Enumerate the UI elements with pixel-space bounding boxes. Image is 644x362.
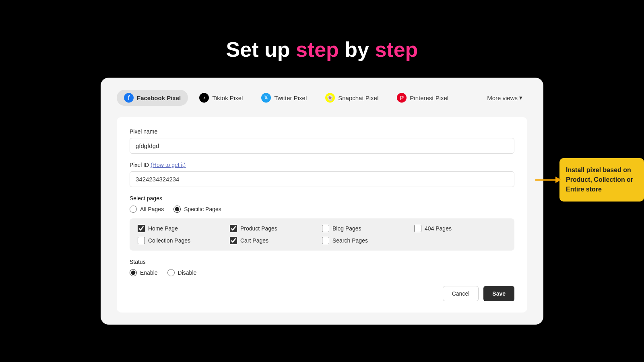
status-label: Status xyxy=(130,259,514,265)
all-pages-radio-label[interactable]: All Pages xyxy=(130,206,164,213)
pixel-id-label: Pixel ID (How to get it) xyxy=(130,162,514,168)
pinterest-icon: P xyxy=(397,93,407,103)
select-pages-group: Select pages All Pages Specific Pages Ho… xyxy=(130,195,514,251)
blog-pages-checkbox[interactable] xyxy=(322,225,329,232)
specific-pages-radio-label[interactable]: Specific Pages xyxy=(173,206,221,213)
collection-pages-checkbox[interactable] xyxy=(138,237,145,244)
tab-pinterest[interactable]: P Pinterest Pixel xyxy=(390,90,456,106)
select-pages-label: Select pages xyxy=(130,195,514,202)
home-page-checkbox[interactable] xyxy=(138,225,145,232)
tooltip-arrow xyxy=(535,177,561,183)
enable-radio[interactable] xyxy=(130,269,137,276)
status-radio-group: Enable Disable xyxy=(130,269,514,276)
pixel-name-input[interactable] xyxy=(130,138,514,154)
product-pages-checkbox[interactable] xyxy=(230,225,237,232)
disable-radio[interactable] xyxy=(167,269,175,276)
cancel-button[interactable]: Cancel xyxy=(443,286,479,301)
tab-facebook[interactable]: f Facebook Pixel xyxy=(117,90,188,106)
specific-pages-radio[interactable] xyxy=(173,206,181,213)
enable-radio-label[interactable]: Enable xyxy=(130,269,158,276)
save-button[interactable]: Save xyxy=(483,286,514,301)
checkbox-home-page[interactable]: Home Page xyxy=(138,225,230,232)
tab-tiktok[interactable]: ♪ Tiktok Pixel xyxy=(192,90,250,106)
facebook-icon: f xyxy=(124,93,134,103)
pages-radio-group: All Pages Specific Pages xyxy=(130,206,514,213)
404-pages-checkbox[interactable] xyxy=(414,225,421,232)
more-views-button[interactable]: More views ▾ xyxy=(482,91,527,105)
snapchat-icon: 👻 xyxy=(325,93,335,103)
pixel-name-group: Pixel name xyxy=(130,128,514,154)
cart-pages-checkbox[interactable] xyxy=(230,237,237,244)
disable-radio-label[interactable]: Disable xyxy=(167,269,197,276)
pixel-name-label: Pixel name xyxy=(130,128,514,135)
checkbox-collection-pages[interactable]: Collection Pages xyxy=(138,237,230,244)
pixel-id-group: Pixel ID (How to get it) xyxy=(130,162,514,187)
form-area: Pixel name Pixel ID (How to get it) Sele… xyxy=(117,117,527,313)
pages-checkbox-grid: Home Page Product Pages Blog Pages 404 P… xyxy=(130,218,514,251)
tab-twitter[interactable]: 𝕏 Twitter Pixel xyxy=(254,90,314,106)
arrow-line xyxy=(535,179,555,181)
pixel-tabs: f Facebook Pixel ♪ Tiktok Pixel 𝕏 Twitte… xyxy=(117,90,527,106)
tooltip-box: Install pixel based on Product, Collecti… xyxy=(559,158,644,202)
checkbox-cart-pages[interactable]: Cart Pages xyxy=(230,237,322,244)
arrow-head xyxy=(555,177,561,183)
checkbox-404-pages[interactable]: 404 Pages xyxy=(414,225,506,232)
pixel-id-help-link[interactable]: (How to get it) xyxy=(151,162,186,168)
checkbox-search-pages[interactable]: Search Pages xyxy=(322,237,414,244)
checkbox-blog-pages[interactable]: Blog Pages xyxy=(322,225,414,232)
search-pages-checkbox[interactable] xyxy=(322,237,329,244)
checkbox-product-pages[interactable]: Product Pages xyxy=(230,225,322,232)
tooltip-text: Install pixel based on Product, Collecti… xyxy=(566,167,633,193)
form-actions: Cancel Save xyxy=(130,286,514,301)
tab-snapchat[interactable]: 👻 Snapchat Pixel xyxy=(318,90,386,106)
twitter-icon: 𝕏 xyxy=(261,93,271,103)
chevron-down-icon: ▾ xyxy=(519,94,522,101)
tiktok-icon: ♪ xyxy=(199,93,209,103)
status-section: Status Enable Disable xyxy=(130,259,514,276)
all-pages-radio[interactable] xyxy=(130,206,137,213)
pixel-id-input[interactable] xyxy=(130,171,514,187)
page-title: Set up step by step xyxy=(226,37,418,62)
